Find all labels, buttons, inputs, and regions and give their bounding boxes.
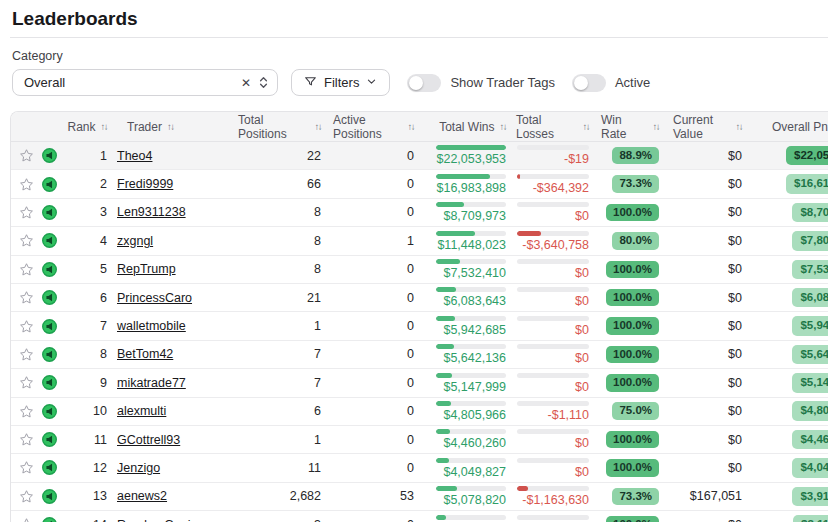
table-row[interactable]: 12 Jenzigo 11 0 $4,049,827 $0 100.0% $0 …: [11, 454, 828, 482]
sort-icon[interactable]: ↑↓: [408, 121, 415, 132]
favorite-star-icon[interactable]: [19, 205, 34, 220]
chevron-up-down-icon[interactable]: [258, 75, 269, 90]
column-header-trader[interactable]: Trader↑↓: [113, 112, 238, 141]
trader-link[interactable]: BetTom42: [117, 347, 173, 361]
trader-link[interactable]: zxgngl: [117, 234, 153, 248]
table-row[interactable]: 11 GCottrell93 1 0 $4,460,260 $0 100.0% …: [11, 426, 828, 454]
table-row[interactable]: 13 aenews2 2,682 53 $5,078,820 -$1,163,6…: [11, 483, 828, 511]
trader-link[interactable]: RandomGenius: [117, 518, 204, 522]
column-header-current_value[interactable]: Current Value↑↓: [673, 112, 758, 141]
chevron-down-icon: [366, 75, 377, 90]
sort-icon[interactable]: ↑↓: [101, 121, 108, 132]
copy-trader-icon[interactable]: [41, 459, 58, 476]
column-header-total_positions[interactable]: Total Positions↑↓: [238, 112, 333, 141]
copy-trader-icon[interactable]: [41, 204, 58, 221]
wins-bar: [436, 429, 506, 434]
copy-trader-icon[interactable]: [41, 488, 58, 505]
table-row[interactable]: 14 RandomGenius 3 0 $3,115,550 $0 100.0%…: [11, 511, 828, 522]
copy-trader-icon[interactable]: [41, 318, 58, 335]
total-losses-value: $0: [575, 295, 589, 308]
trader-link[interactable]: PrincessCaro: [117, 291, 192, 305]
total-positions-value: 8: [238, 199, 333, 226]
filters-button[interactable]: Filters: [291, 69, 390, 96]
category-select[interactable]: Overall ✕: [12, 69, 278, 96]
column-header-win_rate[interactable]: Win Rate↑↓: [601, 112, 673, 141]
column-header-total_losses[interactable]: Total Losses↑↓: [516, 112, 601, 141]
rank-value: 13: [68, 483, 113, 510]
overall-pnl-badge: $16,619,506: [786, 174, 828, 194]
favorite-star-icon[interactable]: [19, 517, 34, 522]
favorite-star-icon[interactable]: [19, 404, 34, 419]
table-row[interactable]: 8 BetTom42 7 0 $5,642,136 $0 100.0% $0 $…: [11, 341, 828, 369]
total-losses-cell: -$19: [516, 142, 601, 169]
favorite-star-icon[interactable]: [19, 460, 34, 475]
column-header-rank[interactable]: Rank↑↓: [68, 112, 113, 141]
favorite-star-icon[interactable]: [19, 375, 34, 390]
copy-trader-icon[interactable]: [41, 147, 58, 164]
overall-pnl-badge: $3,115,550: [793, 515, 828, 522]
sort-icon[interactable]: ↑↓: [736, 121, 743, 132]
table-row[interactable]: 5 RepTrump 8 0 $7,532,410 $0 100.0% $0 $…: [11, 256, 828, 284]
trader-link[interactable]: Jenzigo: [117, 461, 160, 475]
active-positions-value: 0: [333, 256, 426, 283]
win-rate-badge: 100.0%: [606, 431, 659, 449]
table-row[interactable]: 1 Theo4 22 0 $22,053,953 -$19 88.9% $0 $…: [11, 142, 828, 170]
sort-icon[interactable]: ↑↓: [167, 121, 174, 132]
sort-icon[interactable]: ↑↓: [500, 121, 507, 132]
favorite-star-icon[interactable]: [19, 290, 34, 305]
favorite-star-icon[interactable]: [19, 262, 34, 277]
copy-trader-icon[interactable]: [41, 516, 58, 522]
copy-trader-icon[interactable]: [41, 403, 58, 420]
table-row[interactable]: 6 PrincessCaro 21 0 $6,083,643 $0 100.0%…: [11, 284, 828, 312]
column-header-overall_pnl[interactable]: Overall PnL↑↓: [758, 112, 828, 141]
current-value: $0: [673, 426, 758, 453]
favorite-star-icon[interactable]: [19, 319, 34, 334]
favorite-star-icon[interactable]: [19, 432, 34, 447]
sort-icon[interactable]: ↑↓: [315, 121, 322, 132]
trader-link[interactable]: Len9311238: [117, 205, 186, 219]
table-row[interactable]: 7 walletmobile 1 0 $5,942,685 $0 100.0% …: [11, 312, 828, 340]
total-wins-value: $5,078,820: [443, 494, 506, 507]
clear-icon[interactable]: ✕: [241, 77, 251, 89]
trader-link[interactable]: mikatrade77: [117, 376, 186, 390]
losses-bar: [517, 401, 589, 406]
favorite-star-icon[interactable]: [19, 489, 34, 504]
active-positions-value: 0: [333, 454, 426, 481]
column-header-copy: [41, 112, 68, 141]
table-row[interactable]: 3 Len9311238 8 0 $8,709,973 $0 100.0% $0…: [11, 199, 828, 227]
table-row[interactable]: 2 Fredi9999 66 0 $16,983,898 -$364,392 7…: [11, 170, 828, 198]
copy-trader-icon[interactable]: [41, 374, 58, 391]
favorite-star-icon[interactable]: [19, 177, 34, 192]
trader-link[interactable]: Theo4: [117, 149, 152, 163]
trader-link[interactable]: GCottrell93: [117, 433, 180, 447]
trader-link[interactable]: RepTrump: [117, 262, 176, 276]
sort-icon[interactable]: ↑↓: [583, 121, 590, 132]
show-trader-tags-toggle-group: Show Trader Tags: [407, 74, 555, 92]
total-wins-cell: $5,147,999: [426, 369, 516, 396]
copy-trader-icon[interactable]: [41, 232, 58, 249]
copy-trader-icon[interactable]: [41, 431, 58, 448]
trader-link[interactable]: Fredi9999: [117, 177, 173, 191]
total-wins-value: $7,532,410: [443, 267, 506, 280]
column-header-total_wins[interactable]: Total Wins↑↓: [426, 112, 516, 141]
copy-trader-icon[interactable]: [41, 261, 58, 278]
show-trader-tags-toggle[interactable]: [407, 74, 441, 92]
copy-trader-icon[interactable]: [41, 176, 58, 193]
win-rate-badge: 80.0%: [612, 232, 659, 250]
favorite-star-icon[interactable]: [19, 347, 34, 362]
favorite-star-icon[interactable]: [19, 233, 34, 248]
copy-trader-icon[interactable]: [41, 289, 58, 306]
trader-link[interactable]: aenews2: [117, 489, 167, 503]
total-losses-value: -$19: [564, 153, 589, 166]
column-header-active_positions[interactable]: Active Positions↑↓: [333, 112, 426, 141]
table-row[interactable]: 4 zxgngl 8 1 $11,448,023 -$3,640,758 80.…: [11, 227, 828, 255]
table-row[interactable]: 9 mikatrade77 7 0 $5,147,999 $0 100.0% $…: [11, 369, 828, 397]
active-toggle[interactable]: [572, 74, 606, 92]
favorite-star-icon[interactable]: [19, 148, 34, 163]
trader-link[interactable]: walletmobile: [117, 319, 186, 333]
table-row[interactable]: 10 alexmulti 6 0 $4,805,966 -$1,110 75.0…: [11, 398, 828, 426]
trader-link[interactable]: alexmulti: [117, 404, 166, 418]
category-label: Category: [12, 49, 816, 63]
sort-icon[interactable]: ↑↓: [653, 121, 660, 132]
copy-trader-icon[interactable]: [41, 346, 58, 363]
